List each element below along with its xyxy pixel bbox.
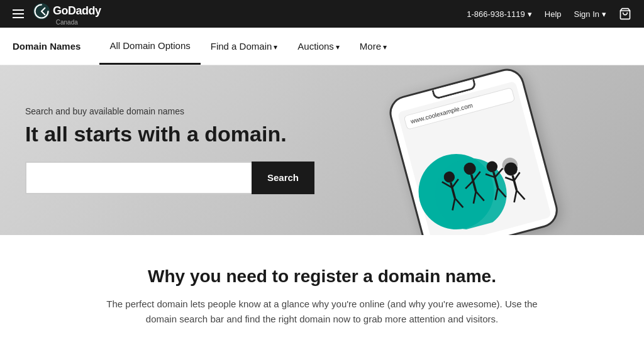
svg-line-27 <box>516 189 525 201</box>
phone-chevron-icon: ▾ <box>528 9 532 19</box>
secondary-navigation: Domain Names All Domain Options Find a D… <box>0 28 644 65</box>
search-bar: Search <box>25 162 314 194</box>
cart-svg-icon <box>619 8 631 20</box>
people-illustration <box>413 124 544 235</box>
bottom-section: Why you need to register a domain name. … <box>0 235 644 340</box>
domain-names-link[interactable]: Domain Names <box>13 41 80 52</box>
hero-title: It all starts with a domain. <box>25 123 327 146</box>
nav-items: All Domain Options Find a Domain Auction… <box>99 28 397 65</box>
nav-item-find-domain[interactable]: Find a Domain <box>201 28 288 65</box>
top-navigation: GoDaddy Canada 1-866-938-1119 ▾ Help Sig… <box>0 0 644 28</box>
logo-text: GoDaddy <box>33 3 101 20</box>
sign-in-button[interactable]: Sign In ▾ <box>574 9 606 19</box>
nav-item-all-domain-options[interactable]: All Domain Options <box>99 28 200 65</box>
search-button[interactable]: Search <box>252 162 314 194</box>
help-link[interactable]: Help <box>545 9 562 19</box>
godaddy-g-icon <box>33 3 50 20</box>
phone-screen: www.coolexample.com <box>397 81 552 235</box>
bottom-section-title: Why you need to register a domain name. <box>13 266 631 287</box>
phone-illustration: www.coolexample.com <box>386 65 626 235</box>
godaddy-logo[interactable]: GoDaddy Canada <box>33 3 101 26</box>
hero-section: Search and buy available domain names It… <box>0 65 644 235</box>
more-chevron-icon <box>381 41 387 52</box>
nav-item-auctions[interactable]: Auctions <box>287 28 350 65</box>
nav-item-more[interactable]: More <box>350 28 397 65</box>
canada-label: Canada <box>56 19 78 26</box>
auctions-chevron-icon <box>334 41 340 52</box>
top-nav-left: GoDaddy Canada <box>13 3 101 26</box>
hero-subtitle: Search and buy available domain names <box>25 106 327 116</box>
signin-chevron-icon: ▾ <box>602 9 606 19</box>
cart-icon[interactable] <box>619 8 631 20</box>
people-svg-icon <box>413 124 544 235</box>
top-nav-right: 1-866-938-1119 ▾ Help Sign In ▾ <box>467 8 631 20</box>
phone-body: www.coolexample.com <box>386 65 562 235</box>
bottom-section-description: The perfect domain lets people know at a… <box>102 297 542 327</box>
find-domain-chevron-icon <box>272 41 277 52</box>
hamburger-menu-icon[interactable] <box>13 9 24 18</box>
search-input[interactable] <box>25 162 252 194</box>
phone-number[interactable]: 1-866-938-1119 ▾ <box>467 9 532 19</box>
hero-content: Search and buy available domain names It… <box>25 106 327 194</box>
